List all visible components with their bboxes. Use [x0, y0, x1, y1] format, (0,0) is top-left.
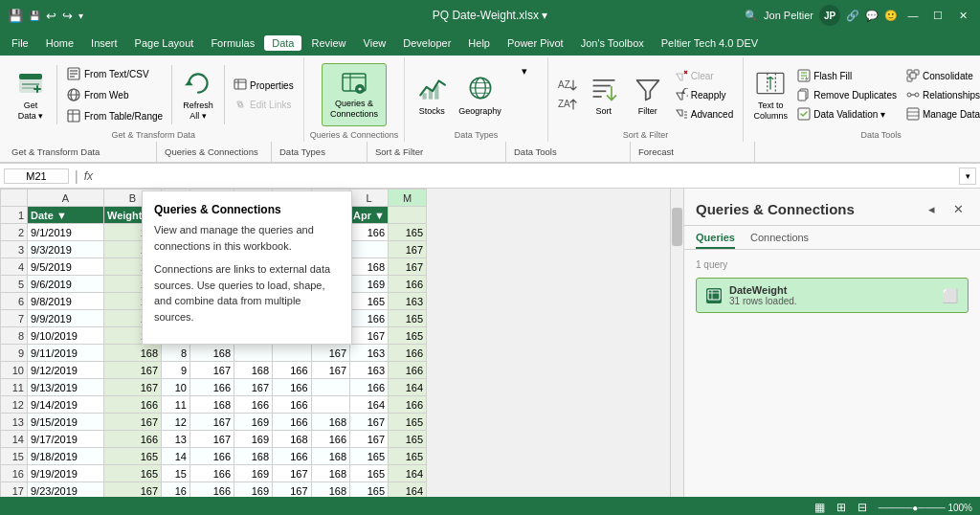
search-icon[interactable]: 🔍 — [745, 10, 758, 22]
connections-btn[interactable]: Properties — [230, 77, 298, 94]
from-text-label: From Text/CSV — [84, 69, 149, 79]
undo-icon[interactable]: ↩ — [46, 9, 56, 23]
menu-data[interactable]: Data — [264, 35, 301, 51]
menu-home[interactable]: Home — [38, 35, 81, 51]
redo-icon[interactable]: ↪ — [62, 9, 73, 23]
header-apr[interactable]: Apr ▼ — [350, 207, 389, 224]
sort-filter-buttons: AZ ZA — [554, 61, 737, 128]
clear-button[interactable]: Clear — [671, 67, 737, 84]
scroll-thumb[interactable] — [672, 208, 682, 246]
sort-az-button[interactable]: AZ — [554, 77, 581, 94]
save-small-icon[interactable]: 💾 — [29, 11, 40, 21]
get-transform-label: Get & Transform Data — [112, 130, 196, 140]
query-rows: 31 rows loaded. — [729, 296, 797, 306]
col-header-l[interactable]: L — [350, 190, 389, 207]
stocks-button[interactable]: Stocks — [411, 70, 453, 121]
menu-developer[interactable]: Developer — [395, 35, 458, 51]
panel-close-button[interactable]: ✕ — [947, 198, 969, 219]
table-row: 15 9/18/2019 165 14 166 168 166 168 165 … — [1, 448, 427, 465]
formula-input[interactable] — [97, 169, 955, 183]
user-avatar[interactable]: JP — [819, 5, 840, 26]
queries-connections-button[interactable]: Queries &Connections — [322, 63, 387, 126]
menu-jons-toolbox[interactable]: Jon's Toolbox — [573, 35, 652, 51]
menu-help[interactable]: Help — [460, 35, 498, 51]
tab-queries[interactable]: Queries — [696, 232, 735, 249]
close-button[interactable]: ✕ — [953, 6, 972, 25]
data-types-label: Data Types — [455, 130, 498, 140]
page-break-button[interactable]: ⊟ — [858, 501, 867, 514]
save-icon[interactable]: 💾 — [8, 9, 23, 23]
menu-file[interactable]: File — [4, 35, 36, 51]
user-name: Jon Peltier — [764, 10, 813, 21]
divider-2 — [171, 65, 172, 124]
data-validation-button[interactable]: Data Validation ▾ — [793, 105, 901, 123]
menu-formulas[interactable]: Formulas — [203, 35, 262, 51]
formula-bar-dropdown[interactable]: ▾ — [959, 168, 976, 185]
status-bar: ▦ ⊞ ⊟ ─────●──── 100% — [0, 497, 980, 515]
consolidate-button[interactable]: Consolidate — [902, 67, 980, 84]
remove-duplicates-button[interactable]: Remove Duplicates — [793, 86, 901, 103]
table-row: 12 9/14/2019 166 11 168 166 166 164 166 — [1, 396, 427, 414]
minimize-button[interactable]: — — [903, 6, 923, 25]
query-item-dateweight[interactable]: DateWeight 31 rows loaded. ⬜ — [696, 278, 969, 313]
manage-data-model-button[interactable]: Manage Data Model — [902, 105, 980, 123]
menu-review[interactable]: Review — [303, 35, 353, 51]
maximize-button[interactable]: ☐ — [928, 6, 947, 25]
page-layout-button[interactable]: ⊞ — [836, 501, 846, 514]
table-row: 10 9/12/2019 167 9 167 168 166 167 163 1… — [1, 362, 427, 379]
from-table-button[interactable]: From Table/Range — [62, 106, 167, 125]
data-types-dropdown[interactable]: ▾ — [507, 61, 542, 81]
svg-rect-59 — [907, 108, 919, 120]
panel-title: Queries & Connections — [696, 201, 855, 217]
edit-links-btn[interactable]: Edit Links — [230, 96, 298, 113]
date-cell[interactable]: 9/1/2019 — [28, 224, 104, 241]
title-bar-left: 💾 💾 ↩ ↪ ▾ — [8, 9, 83, 23]
text-to-columns-button[interactable]: Text toColumns — [749, 64, 791, 125]
advanced-filter-button[interactable]: Advanced — [671, 105, 737, 123]
queries-connections-label: Queries &Connections — [330, 99, 378, 120]
menu-page-layout[interactable]: Page Layout — [127, 35, 202, 51]
relationships-button[interactable]: Relationships — [902, 86, 980, 103]
customize-icon[interactable]: ▾ — [78, 11, 83, 21]
sort-za-button[interactable]: ZA — [554, 96, 581, 113]
panel-collapse-button[interactable]: ◂ — [921, 198, 942, 219]
filter-button[interactable]: Filter — [627, 70, 669, 121]
query-item-icon — [706, 288, 722, 303]
emoji-icon[interactable]: 🙂 — [884, 10, 898, 22]
label-data-tools: Data Tools — [506, 142, 631, 162]
zoom-slider[interactable]: ─────●──── 100% — [879, 503, 972, 513]
tab-connections[interactable]: Connections — [750, 232, 809, 249]
svg-rect-50 — [798, 91, 806, 101]
flash-fill-button[interactable]: Flash Fill — [793, 67, 901, 84]
from-text-button[interactable]: From Text/CSV — [62, 64, 167, 83]
file-dropdown-icon[interactable]: ▾ — [542, 9, 547, 22]
share-icon[interactable]: 🔗 — [846, 10, 859, 22]
table-row: 14 9/17/2019 166 13 167 169 168 166 167 … — [1, 431, 427, 448]
tooltip-description: View and manage the queries and connecti… — [154, 222, 340, 254]
app-icons: 💾 💾 ↩ ↪ ▾ — [8, 9, 83, 23]
ribbon-labels-row: Get & Transform Data Queries & Connectio… — [0, 142, 980, 163]
menu-power-pivot[interactable]: Power Pivot — [500, 35, 571, 51]
reapply-button[interactable]: Reapply — [671, 86, 737, 103]
col-header-m[interactable]: M — [389, 190, 427, 207]
panel-controls: ◂ ✕ — [921, 198, 969, 219]
from-web-button[interactable]: From Web — [62, 85, 167, 104]
title-bar: 💾 💾 ↩ ↪ ▾ PQ Date-Weight.xlsx ▾ 🔍 Jon Pe… — [0, 0, 980, 31]
chevron-down-icon: ▾ — [522, 65, 527, 78]
table-row: 17 9/23/2019 167 16 166 169 167 168 165 … — [1, 482, 427, 498]
query-copy-button[interactable]: ⬜ — [942, 288, 958, 303]
get-data-button[interactable]: GetData ▾ — [10, 64, 52, 125]
menu-insert[interactable]: Insert — [83, 35, 125, 51]
menu-peltier-tech[interactable]: Peltier Tech 4.0 DEV — [654, 35, 766, 51]
sort-button[interactable]: Sort — [583, 70, 625, 121]
header-date[interactable]: Date ▼ — [28, 207, 104, 224]
comment-icon[interactable]: 💬 — [865, 10, 879, 22]
refresh-all-button[interactable]: RefreshAll ▾ — [177, 64, 219, 125]
vertical-scrollbar[interactable] — [670, 189, 683, 497]
menu-view[interactable]: View — [356, 35, 394, 51]
col-header-a[interactable]: A — [28, 190, 104, 207]
normal-view-button[interactable]: ▦ — [814, 501, 825, 514]
geography-button[interactable]: Geography — [455, 70, 505, 121]
ribbon-group-data-tools: Text toColumns Flash Fill — [744, 57, 980, 142]
cell-reference-input[interactable] — [4, 168, 69, 184]
